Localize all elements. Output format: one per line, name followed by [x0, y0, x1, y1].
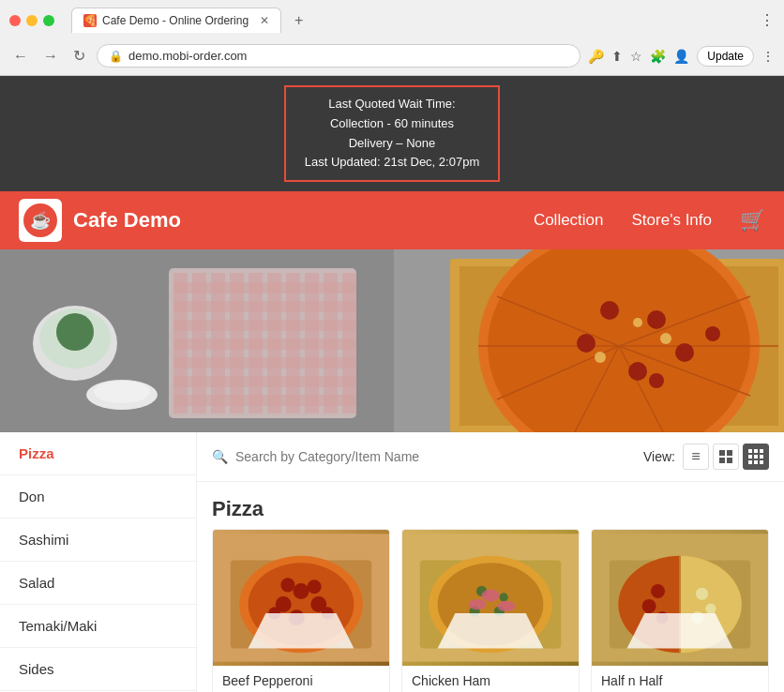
wait-time-line1: Last Quoted Wait Time: [305, 95, 479, 114]
new-tab-button[interactable]: + [289, 12, 309, 29]
pizza-svg-2 [402, 530, 579, 666]
product-grid: Beef Pepperoni $14.00 [197, 529, 784, 692]
sidebar-item-label: Salad [19, 575, 54, 591]
svg-point-93 [696, 588, 708, 600]
svg-point-66 [294, 583, 309, 599]
svg-point-83 [482, 590, 500, 602]
grid3-icon [748, 449, 763, 464]
browser-menu-dots-icon[interactable]: ⋮ [761, 49, 775, 64]
bookmark-icon[interactable]: ☆ [630, 49, 642, 64]
close-dot[interactable] [9, 15, 21, 26]
svg-rect-19 [173, 357, 356, 369]
grid-view-button[interactable] [713, 444, 739, 470]
profile-icon[interactable]: 👤 [673, 49, 689, 64]
svg-marker-86 [438, 613, 544, 649]
svg-rect-58 [760, 455, 763, 459]
sidebar-item-temaki[interactable]: Temaki/Maki [0, 605, 196, 648]
svg-point-91 [642, 599, 656, 613]
logo-image: ☕ [19, 199, 62, 242]
pizza-svg-1 [213, 530, 389, 666]
site-title: Cafe Demo [73, 208, 181, 233]
view-label: View: [643, 449, 675, 464]
product-card-chicken-ham[interactable]: Chicken Ham $14.00 [401, 529, 580, 692]
sidebar-item-pizza[interactable]: Pizza [0, 432, 196, 475]
svg-point-45 [705, 326, 720, 341]
sidebar-item-label: Sashimi [19, 532, 68, 548]
share-icon[interactable]: ⬆ [611, 49, 623, 64]
product-name-1: Beef Pepperoni [222, 673, 380, 688]
svg-point-40 [600, 301, 619, 320]
svg-rect-51 [719, 458, 725, 463]
svg-point-71 [280, 579, 294, 593]
tab-close-icon[interactable]: ✕ [260, 14, 269, 27]
svg-point-39 [647, 310, 666, 329]
svg-point-90 [651, 584, 665, 598]
browser-tab[interactable]: 🍕 Cafe Demo - Online Ordering ✕ [71, 8, 281, 33]
svg-rect-55 [760, 449, 763, 453]
search-input[interactable] [235, 449, 636, 464]
product-image-2 [402, 530, 579, 666]
url-text: demo.mobi-order.com [128, 49, 247, 63]
svg-point-44 [649, 373, 664, 388]
address-bar[interactable]: 🔒 demo.mobi-order.com [97, 44, 580, 68]
svg-rect-60 [754, 460, 758, 464]
collection-link[interactable]: Collection [534, 211, 604, 230]
site-header: ☕ Cafe Demo Collection Store's Info 🛒 [0, 191, 784, 249]
product-name-2: Chicken Ham [412, 673, 569, 688]
update-button[interactable]: Update [697, 46, 754, 67]
svg-rect-20 [173, 376, 356, 387]
svg-point-42 [628, 362, 647, 381]
sidebar-item-sides[interactable]: Sides [0, 648, 196, 691]
tab-favicon: 🍕 [83, 14, 97, 27]
svg-point-46 [660, 333, 671, 344]
browser-toolbar: 🍕 Cafe Demo - Online Ordering ✕ + ⋮ [0, 0, 784, 40]
product-card-beef-pepperoni[interactable]: Beef Pepperoni $14.00 [212, 529, 390, 692]
wait-time-line4: Last Updated: 21st Dec, 2:07pm [305, 153, 479, 173]
svg-rect-49 [719, 450, 725, 456]
product-info-1: Beef Pepperoni $14.00 [213, 666, 389, 692]
store-info-link[interactable]: Store's Info [632, 211, 712, 230]
forward-button[interactable]: → [39, 46, 62, 67]
product-card-half-n-half[interactable]: Half n Half $14.00 [591, 529, 769, 692]
back-button[interactable]: ← [9, 46, 32, 67]
key-icon[interactable]: 🔑 [588, 49, 604, 64]
category-title: Pizza [197, 482, 784, 529]
extensions-icon[interactable]: 🧩 [650, 49, 666, 64]
svg-rect-57 [754, 455, 758, 459]
logo-svg: ☕ [22, 202, 59, 239]
svg-point-48 [633, 318, 642, 327]
svg-point-47 [595, 352, 606, 363]
svg-marker-97 [627, 613, 733, 649]
cart-icon[interactable]: 🛒 [740, 208, 765, 233]
svg-rect-21 [173, 395, 356, 406]
product-image-1 [213, 530, 389, 666]
product-info-3: Half n Half $14.00 [592, 666, 768, 692]
tab-title: Cafe Demo - Online Ordering [102, 14, 249, 27]
svg-text:☕: ☕ [30, 210, 52, 231]
svg-rect-15 [173, 282, 356, 293]
svg-rect-16 [173, 301, 356, 312]
content-area: 🔍 View: ≡ [197, 432, 784, 692]
lock-icon: 🔒 [109, 50, 123, 63]
sidebar-item-salad[interactable]: Salad [0, 562, 196, 605]
grid3-view-button[interactable] [743, 444, 769, 470]
browser-menu-icon[interactable]: ⋮ [760, 11, 775, 29]
hero-svg [0, 249, 784, 432]
sidebar-item-label: Don [19, 489, 45, 504]
sidebar-item-sashimi[interactable]: Sashimi [0, 519, 196, 562]
svg-rect-50 [727, 450, 732, 456]
maximize-dot[interactable] [43, 15, 54, 26]
minimize-dot[interactable] [26, 15, 38, 26]
sidebar-item-don[interactable]: Don [0, 475, 196, 519]
browser-icons: 🔑 ⬆ ☆ 🧩 👤 Update ⋮ [588, 46, 775, 67]
sidebar-item-label: Temaki/Maki [19, 618, 97, 634]
list-view-button[interactable]: ≡ [683, 444, 709, 470]
wait-time-line3: Delivery – None [305, 134, 479, 154]
wait-time-banner: Last Quoted Wait Time: Collection - 60 m… [0, 76, 784, 191]
search-bar: 🔍 View: ≡ [197, 432, 784, 482]
svg-rect-61 [760, 460, 763, 464]
wait-time-box: Last Quoted Wait Time: Collection - 60 m… [284, 85, 500, 182]
reload-button[interactable]: ↻ [69, 45, 89, 67]
main-layout: Pizza Don Sashimi Salad Temaki/Maki Side… [0, 432, 784, 692]
sidebar: Pizza Don Sashimi Salad Temaki/Maki Side… [0, 432, 197, 692]
